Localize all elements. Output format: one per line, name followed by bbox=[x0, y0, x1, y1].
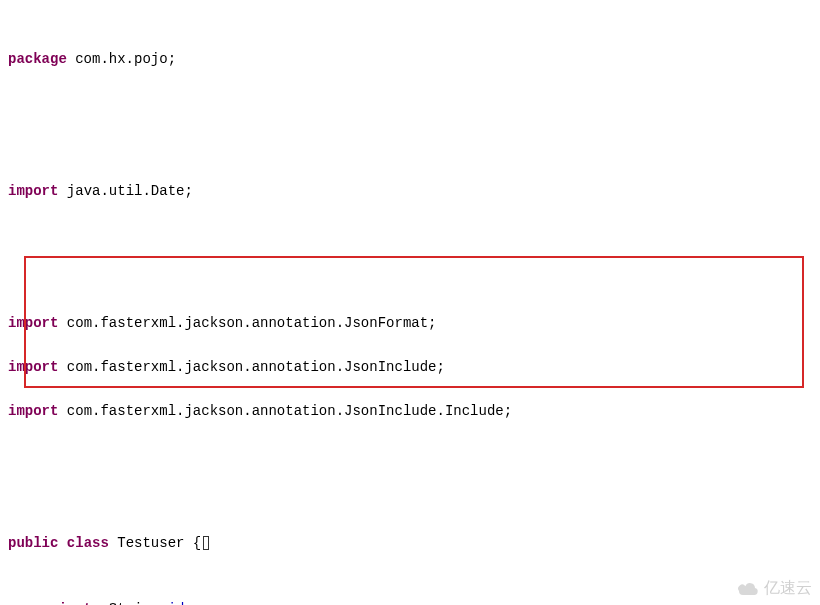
keyword-import: import bbox=[8, 315, 58, 331]
import-target: com.fasterxml.jackson.annotation.JsonFor… bbox=[58, 315, 436, 331]
code-line: import com.fasterxml.jackson.annotation.… bbox=[6, 400, 820, 422]
code-line: package com.hx.pojo; bbox=[6, 48, 820, 70]
keyword-class: class bbox=[67, 535, 109, 551]
code-line: import com.fasterxml.jackson.annotation.… bbox=[6, 356, 820, 378]
code-line: public class Testuser { bbox=[6, 532, 820, 554]
keyword-public: public bbox=[8, 535, 58, 551]
blank-line bbox=[6, 466, 820, 488]
code-editor[interactable]: package com.hx.pojo; import java.util.Da… bbox=[0, 0, 820, 605]
blank-line bbox=[6, 114, 820, 136]
import-target: com.fasterxml.jackson.annotation.JsonInc… bbox=[58, 403, 512, 419]
import-target: com.fasterxml.jackson.annotation.JsonInc… bbox=[58, 359, 444, 375]
keyword-package: package bbox=[8, 51, 67, 67]
class-name: Testuser bbox=[109, 535, 193, 551]
blank-line bbox=[6, 246, 820, 268]
code-line: import java.util.Date; bbox=[6, 180, 820, 202]
keyword-private: private bbox=[42, 601, 101, 605]
code-line: import com.fasterxml.jackson.annotation.… bbox=[6, 312, 820, 334]
keyword-import: import bbox=[8, 359, 58, 375]
brace: { bbox=[193, 535, 201, 551]
import-target: java.util.Date; bbox=[58, 183, 192, 199]
code-line: private String id; bbox=[6, 598, 820, 605]
keyword-import: import bbox=[8, 403, 58, 419]
keyword-import: import bbox=[8, 183, 58, 199]
field-id: id bbox=[168, 601, 185, 605]
package-path: com.hx.pojo; bbox=[67, 51, 176, 67]
text-cursor bbox=[203, 536, 209, 550]
type-string: String bbox=[100, 601, 167, 605]
